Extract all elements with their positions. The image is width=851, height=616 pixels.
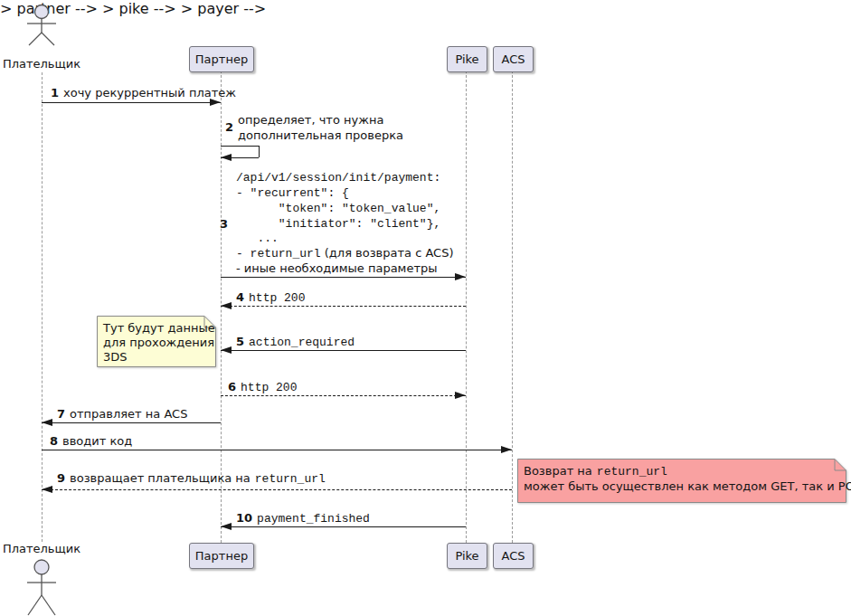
arrowhead-right-icon xyxy=(210,99,221,106)
message-8-label: 8вводит код xyxy=(50,434,132,448)
actor-payer-icon xyxy=(25,555,58,616)
arrowhead-left-icon xyxy=(221,154,232,161)
arrowhead-left-icon xyxy=(42,486,52,493)
message-2-self-line-top xyxy=(221,146,259,147)
message-3-number: 3 xyxy=(220,217,228,231)
message-1-label: 1хочу рекуррентный платеж xyxy=(51,86,236,100)
note-return-line2: может быть осуществлен как методом GET, … xyxy=(524,479,851,493)
message-number: 7 xyxy=(57,407,65,421)
message-9-line xyxy=(42,489,512,490)
message-code: http 200 xyxy=(241,381,297,394)
message-code: payment_finished xyxy=(257,512,370,526)
message-6-label: 6http 200 xyxy=(228,380,297,394)
arrowhead-right-icon xyxy=(455,273,466,280)
message-text: хочу рекуррентный платеж xyxy=(63,86,236,100)
message-7-line xyxy=(42,422,221,423)
note-3ds-line3: 3DS xyxy=(103,350,128,364)
arrowhead-left-icon xyxy=(221,346,232,354)
note-return-line1: Возврат наreturn_url xyxy=(524,464,667,479)
lifeline-acs xyxy=(512,71,513,543)
actor-payer-label-bottom: Плательщик xyxy=(2,542,81,555)
message-3-line5: ... xyxy=(236,232,279,245)
note-3ds-line1: Тут будут данные xyxy=(103,321,215,335)
lifeline-payer xyxy=(42,72,43,542)
message-number: 1 xyxy=(51,86,59,100)
message-code: action_required xyxy=(249,336,355,349)
message-number: 8 xyxy=(50,434,58,448)
message-text: вводит код xyxy=(62,434,132,448)
message-3-line3: "token": "token_value", xyxy=(236,202,440,215)
actor-payer-label-top: Плательщик xyxy=(2,57,81,71)
message-2-number: 2 xyxy=(225,120,233,134)
message-1-line xyxy=(42,102,221,103)
message-code: return_url xyxy=(255,472,326,486)
message-4-line xyxy=(221,306,466,307)
arrowhead-left-icon xyxy=(221,523,232,530)
sequence-diagram: Плательщик Партнер Pike ACS 1хочу рекурр… xyxy=(0,0,851,616)
participant-pike-bottom: Pike xyxy=(447,543,487,569)
message-text: определяет, что нужна xyxy=(238,113,383,127)
note-code: return_url xyxy=(597,465,667,479)
participant-pike-top: Pike xyxy=(447,46,487,72)
message-3-line4: "initiator": "client"}, xyxy=(236,217,440,231)
message-number: 6 xyxy=(228,380,236,393)
arrowhead-right-icon xyxy=(501,446,512,453)
note-3ds-line2: для прохождения xyxy=(103,336,214,349)
message-number: 5 xyxy=(236,335,244,348)
message-10-line xyxy=(221,526,466,527)
message-3-line xyxy=(221,277,466,278)
message-number: 2 xyxy=(225,120,233,134)
message-3-line2: - "recurrent": { xyxy=(236,186,349,200)
message-10-label: 10payment_finished xyxy=(236,511,370,526)
message-text: отправляет на ACS xyxy=(70,407,187,421)
message-8-line xyxy=(42,450,512,450)
message-text: дополнительная проверка xyxy=(238,128,403,142)
participant-acs-top: ACS xyxy=(493,46,534,72)
message-6-line xyxy=(221,395,466,396)
arrowhead-left-icon xyxy=(221,302,232,309)
message-3-line6: - return_url (для возврата с ACS) xyxy=(236,246,454,261)
participant-acs-bottom: ACS xyxy=(493,543,534,569)
message-4-label: 4http 200 xyxy=(236,290,305,305)
note-text: Возврат на xyxy=(524,464,592,478)
message-number: 9 xyxy=(57,471,65,485)
message-9-label: 9возвращает плательщика наreturn_url xyxy=(57,471,326,486)
participant-partner-bottom: Партнер xyxy=(189,543,254,569)
lifeline-pike xyxy=(466,71,467,543)
message-3-line7: - иные необходимые параметры xyxy=(236,261,438,275)
message-number: 4 xyxy=(236,290,244,304)
message-5-label: 5action_required xyxy=(236,335,355,349)
message-code: http 200 xyxy=(249,291,305,305)
message-text: (для возврата с ACS) xyxy=(321,246,454,260)
message-code: - return_url xyxy=(236,247,321,261)
message-7-label: 7отправляет на ACS xyxy=(57,407,187,421)
message-2-self-line-right xyxy=(259,146,260,157)
message-2-label-line1: определяет, что нужна xyxy=(238,113,383,127)
actor-payer-icon xyxy=(25,3,58,46)
message-number: 3 xyxy=(220,217,228,231)
message-5-line xyxy=(221,350,466,351)
message-3-line1: /api/v1/session/init/payment: xyxy=(236,171,440,185)
message-2-label-line2: дополнительная проверка xyxy=(238,128,403,142)
message-number: 10 xyxy=(236,511,252,525)
arrowhead-right-icon xyxy=(455,392,466,399)
participant-partner-top: Партнер xyxy=(189,46,254,72)
arrowhead-left-icon xyxy=(42,419,52,426)
message-text: возвращает плательщика на xyxy=(70,471,251,485)
